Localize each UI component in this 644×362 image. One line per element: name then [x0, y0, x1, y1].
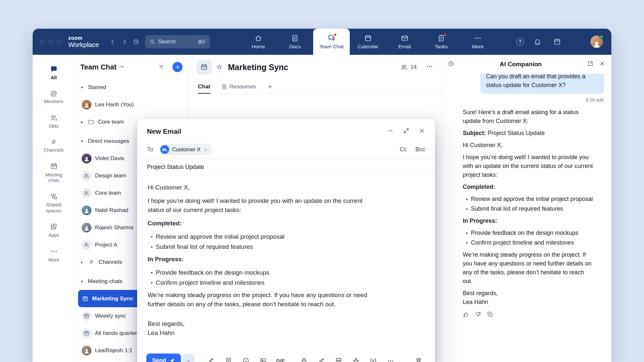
avatar — [82, 100, 91, 110]
close-button[interactable] — [419, 128, 425, 135]
rail-mentions[interactable]: @ Mentions — [33, 85, 75, 109]
star-button[interactable] — [216, 64, 223, 70]
avatar — [82, 205, 91, 215]
ai-companion-button[interactable] — [571, 36, 583, 48]
insert-image-button[interactable] — [256, 354, 270, 362]
section-starred[interactable]: ▾ Starred — [75, 79, 188, 96]
channel-tabs: Chat Resources — [188, 80, 442, 94]
nav-home[interactable]: Home — [240, 29, 277, 55]
discard-draft-button[interactable] — [411, 354, 426, 362]
rail-all[interactable]: All — [33, 61, 75, 85]
send-options-button[interactable] — [183, 354, 194, 362]
recipient-chip[interactable]: ML Customer X — [159, 144, 212, 155]
rail-more[interactable]: More — [33, 243, 75, 267]
ai-companion-panel: AI Companion Can you draft an email that… — [442, 55, 611, 362]
search-shortcut: ⌘F — [198, 39, 206, 45]
signature-icon — [208, 357, 215, 362]
signature-button[interactable] — [204, 354, 218, 362]
tab-chat[interactable]: Chat — [198, 80, 210, 94]
encrypt-button[interactable] — [297, 354, 311, 362]
filter-button[interactable] — [158, 64, 165, 70]
rail-shared-spaces[interactable]: Shared spaces — [33, 188, 75, 218]
list-item-lea-hanh[interactable]: Lea Hanh (You) — [75, 96, 188, 113]
notification-dot — [333, 33, 337, 37]
group-avatar — [82, 188, 91, 198]
nav-tasks[interactable]: Tasks — [423, 29, 459, 55]
copy-response-button[interactable] — [487, 311, 493, 320]
history-button[interactable] — [130, 36, 142, 48]
tab-resources[interactable]: Resources — [221, 80, 256, 94]
nav-email[interactable]: Email — [386, 29, 423, 55]
remove-recipient-button[interactable] — [203, 147, 208, 152]
history-icon — [133, 38, 139, 45]
thumbs-up-button[interactable] — [463, 311, 469, 320]
add-tab-button[interactable] — [267, 80, 273, 94]
variables-button[interactable]: {x} — [366, 354, 380, 362]
calendar-quick-button[interactable] — [551, 36, 563, 48]
help-icon: ? — [519, 39, 522, 44]
rail-meeting-chats[interactable]: Meeting chats — [33, 158, 75, 188]
rail-dms[interactable]: DMs — [33, 109, 75, 134]
send-icon — [169, 358, 175, 362]
ellipsis-icon — [387, 357, 394, 362]
channel-icon-tile — [197, 60, 212, 75]
zoom-window-button[interactable] — [57, 39, 62, 44]
panel-title-dropdown[interactable] — [119, 64, 125, 71]
chevron-expanded-icon: ▾ — [80, 139, 84, 143]
home-icon — [254, 34, 262, 42]
emoji-button[interactable] — [239, 354, 253, 362]
ai-compose-button[interactable] — [349, 354, 363, 362]
page-title: Marketing Sync — [228, 63, 288, 72]
ai-panel-title: AI Companion — [459, 61, 582, 68]
back-button[interactable] — [107, 36, 119, 48]
subject-input[interactable]: Project Status Update — [137, 159, 435, 176]
ai-history-button[interactable] — [448, 60, 454, 68]
sparkle-icon — [573, 38, 581, 46]
forward-button[interactable] — [119, 36, 130, 48]
nav-more[interactable]: More — [459, 29, 496, 55]
person-icon — [84, 156, 90, 162]
resources-icon — [221, 84, 227, 90]
nav-calendar[interactable]: Calendar — [350, 29, 386, 55]
minimize-window-button[interactable] — [48, 39, 53, 44]
template-button[interactable] — [221, 354, 236, 362]
calendar-icon — [553, 38, 561, 46]
ellipsis-icon — [426, 63, 433, 70]
folder-icon — [88, 119, 94, 125]
email-body-editor[interactable]: Hi Customer X, I hope you’re doing well!… — [137, 176, 435, 349]
chevron-down-icon — [186, 358, 191, 362]
minimize-button[interactable] — [387, 128, 394, 135]
bell-icon — [534, 38, 541, 46]
rail-apps[interactable]: Apps — [33, 218, 75, 243]
nav-docs[interactable]: Docs — [277, 29, 313, 55]
thumbs-down-icon — [475, 311, 481, 318]
nav-team-chat[interactable]: Team Chat — [313, 29, 350, 55]
rail-channels[interactable]: # Channels — [33, 134, 75, 158]
participants-button[interactable]: 14 — [401, 64, 417, 71]
help-button[interactable]: ? — [516, 38, 524, 46]
gif-button[interactable]: GIF — [273, 354, 288, 362]
cc-button[interactable]: Cc — [400, 146, 407, 153]
ai-popout-button[interactable] — [587, 60, 594, 68]
search-input[interactable]: Search ⌘F — [145, 35, 210, 48]
ai-close-button[interactable] — [599, 60, 605, 68]
bcc-button[interactable]: Bcc — [415, 146, 425, 153]
hash-icon: # — [52, 138, 56, 145]
close-window-button[interactable] — [40, 39, 45, 44]
send-button[interactable]: Send — [146, 354, 181, 362]
draw-button[interactable] — [314, 354, 329, 362]
layout-button[interactable] — [331, 354, 346, 362]
new-chat-button[interactable] — [172, 62, 183, 72]
channel-more-button[interactable] — [426, 63, 433, 71]
expand-button[interactable] — [403, 128, 410, 135]
thumbs-down-button[interactable] — [475, 311, 481, 320]
user-avatar[interactable] — [590, 36, 603, 48]
notifications-button[interactable] — [532, 36, 543, 48]
ai-response-text: Sure! Here’s a draft email asking for a … — [463, 108, 595, 320]
person-icon — [84, 225, 90, 231]
brand-product: Workplace — [68, 41, 99, 48]
pencil-icon — [318, 357, 325, 362]
to-field[interactable]: To ML Customer X Cc Bcc — [137, 141, 435, 159]
hash-icon: # — [88, 259, 95, 265]
toolbar-more-button[interactable] — [383, 354, 398, 362]
